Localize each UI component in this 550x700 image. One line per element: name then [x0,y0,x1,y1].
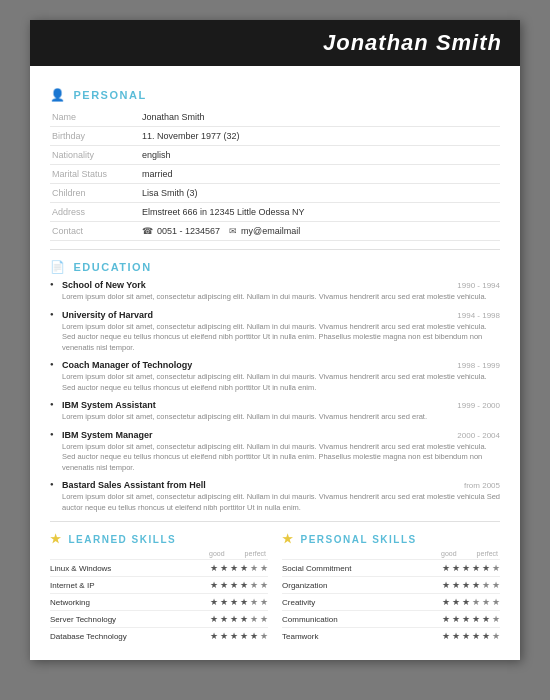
star-filled: ★ [462,563,470,573]
skill-name: Social Commitment [282,564,442,573]
education-entries: School of New York 1990 - 1994 Lorem ips… [50,280,500,513]
skill-row: Creativity★★★★★★ [282,593,500,610]
skill-stars: ★★★★★★ [210,597,268,607]
star-filled: ★ [442,631,450,641]
personal-label: Address [50,203,140,222]
star-empty: ★ [492,597,500,607]
edu-desc: Lorem ipsum dolor sit amet, consectetur … [62,292,500,303]
edu-school: IBM System Assistant [62,400,156,410]
edu-years: 1994 - 1998 [457,311,500,320]
learned-skills-list: Linux & Windows★★★★★★Internet & IP★★★★★★… [50,559,268,644]
edu-desc: Lorem ipsum dolor sit amet, consectetur … [62,412,500,423]
star-filled: ★ [220,631,228,641]
skill-row: Linux & Windows★★★★★★ [50,559,268,576]
personal-row: AddressElmstreet 666 in 12345 Little Ode… [50,203,500,222]
star-filled: ★ [230,614,238,624]
star-filled: ★ [240,580,248,590]
skill-stars: ★★★★★★ [210,563,268,573]
star-empty: ★ [492,614,500,624]
personal-skills-col: ★ PERSONAL SKILLS good perfect Social Co… [282,532,500,644]
star-empty: ★ [250,614,258,624]
skill-row: Teamwork★★★★★★ [282,627,500,644]
skill-name: Creativity [282,598,442,607]
edu-years: 2000 - 2004 [457,431,500,440]
edu-school: IBM System Manager [62,430,153,440]
skill-stars: ★★★★★★ [442,563,500,573]
star-empty: ★ [260,597,268,607]
star-filled: ★ [220,563,228,573]
personal-row: ChildrenLisa Smith (3) [50,184,500,203]
star-empty: ★ [492,631,500,641]
star-filled: ★ [442,597,450,607]
personal-value: married [140,165,500,184]
skill-stars: ★★★★★★ [210,580,268,590]
edu-header: University of Harvard 1994 - 1998 [62,310,500,320]
learned-skills-header: good perfect [50,550,268,557]
resume-body: 👤 PERSONAL NameJonathan SmithBirthday11.… [30,66,520,660]
star-filled: ★ [472,563,480,573]
edu-header: IBM System Manager 2000 - 2004 [62,430,500,440]
star-filled: ★ [210,631,218,641]
skill-stars: ★★★★★★ [442,631,500,641]
star-filled: ★ [452,614,460,624]
candidate-name: Jonathan Smith [48,30,502,56]
edu-years: 1990 - 1994 [457,281,500,290]
personal-table: NameJonathan SmithBirthday11. November 1… [50,108,500,241]
star-filled: ★ [452,631,460,641]
personal-label: Marital Status [50,165,140,184]
star-filled: ★ [462,631,470,641]
star-filled: ★ [482,631,490,641]
skill-stars: ★★★★★★ [210,614,268,624]
skill-stars: ★★★★★★ [210,631,268,641]
education-icon: 📄 [50,260,67,274]
star-empty: ★ [260,614,268,624]
personal-skills-title: ★ PERSONAL SKILLS [282,532,500,546]
skill-name: Communication [282,615,442,624]
star-filled: ★ [230,631,238,641]
skill-row: Database Technology★★★★★★ [50,627,268,644]
edu-header: IBM System Assistant 1999 - 2000 [62,400,500,410]
star-filled: ★ [250,631,258,641]
skill-name: Server Technology [50,615,210,624]
star-filled: ★ [472,631,480,641]
star-filled: ★ [220,580,228,590]
star-filled: ★ [210,597,218,607]
personal-skills-header: good perfect [282,550,500,557]
personal-value: 11. November 1977 (32) [140,127,500,146]
star-filled: ★ [210,614,218,624]
skill-stars: ★★★★★★ [442,597,500,607]
star-filled: ★ [442,614,450,624]
star-filled: ★ [230,563,238,573]
edu-entry: Coach Manager of Technology 1998 - 1999 … [50,360,500,393]
personal-value: Lisa Smith (3) [140,184,500,203]
personal-section-title: 👤 PERSONAL [50,88,500,102]
star-empty: ★ [472,597,480,607]
star-filled: ★ [240,597,248,607]
skill-stars: ★★★★★★ [442,580,500,590]
star-filled: ★ [472,614,480,624]
edu-entry: Bastard Sales Assistant from Hell from 2… [50,480,500,513]
skill-row: Networking★★★★★★ [50,593,268,610]
skill-row: Server Technology★★★★★★ [50,610,268,627]
edu-school: Coach Manager of Technology [62,360,192,370]
star-empty: ★ [250,563,258,573]
education-section-title: 📄 EDUCATION [50,260,500,274]
learned-skills-title: ★ LEARNED SKILLS [50,532,268,546]
personal-skills-list: Social Commitment★★★★★★Organization★★★★★… [282,559,500,644]
star-empty: ★ [260,580,268,590]
star-filled: ★ [462,580,470,590]
skill-name: Teamwork [282,632,442,641]
star-empty: ★ [492,563,500,573]
personal-row: Birthday11. November 1977 (32) [50,127,500,146]
skill-row: Internet & IP★★★★★★ [50,576,268,593]
star-filled: ★ [452,597,460,607]
star-empty: ★ [260,631,268,641]
personal-row: Nationalityenglish [50,146,500,165]
edu-desc: Lorem ipsum dolor sit amet, consectetur … [62,372,500,393]
personal-row: Contact☎ 0051 - 1234567 ✉ my@emailmail [50,222,500,241]
edu-entry: IBM System Manager 2000 - 2004 Lorem ips… [50,430,500,474]
edu-header: Bastard Sales Assistant from Hell from 2… [62,480,500,490]
star-filled: ★ [240,631,248,641]
edu-years: 1998 - 1999 [457,361,500,370]
skill-name: Database Technology [50,632,210,641]
